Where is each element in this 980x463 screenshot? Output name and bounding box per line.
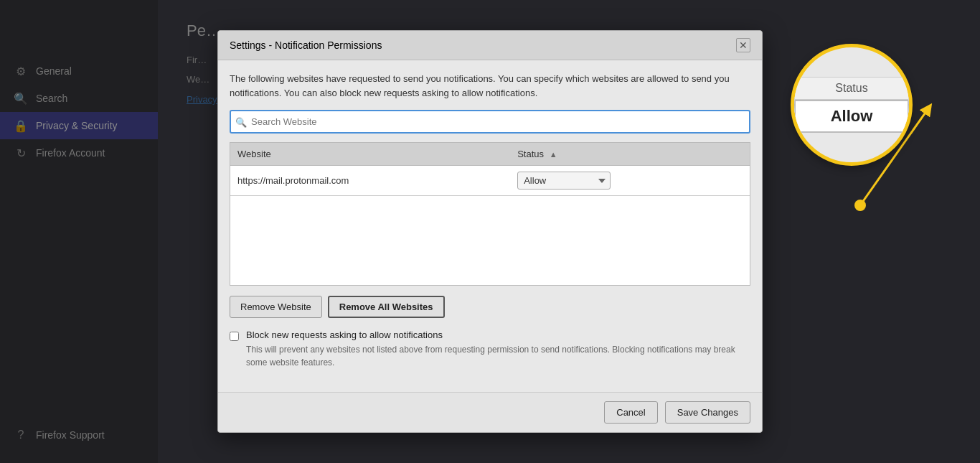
website-table: Website Status ▲ https://mail.protonmail… [230,143,750,196]
block-notifications-title: Block new requests asking to allow notif… [246,329,750,340]
modal-overlay: Settings - Notification Permissions ✕ Th… [0,0,980,463]
dialog-close-button[interactable]: ✕ [736,38,750,52]
dialog-description: The following websites have requested to… [230,72,750,100]
website-table-area: Website Status ▲ https://mail.protonmail… [230,142,750,286]
annotation-zoom-circle: Status Allow [791,44,913,166]
dialog-footer: Cancel Save Changes [218,392,762,432]
status-select[interactable]: AllowBlock [517,172,611,190]
status-cell: AllowBlock [510,166,750,196]
table-row: https://mail.protonmail.comAllowBlock [230,166,750,196]
annotation-allow-label: Allow [794,100,909,133]
notification-permissions-dialog: Settings - Notification Permissions ✕ Th… [217,30,763,433]
website-cell: https://mail.protonmail.com [230,166,510,196]
save-changes-button[interactable]: Save Changes [665,401,750,424]
block-notifications-checkbox[interactable] [230,331,239,342]
remove-website-button[interactable]: Remove Website [230,296,322,318]
sort-arrow-icon: ▲ [550,150,557,159]
block-notifications-desc: This will prevent any websites not liste… [246,343,750,369]
remove-all-websites-button[interactable]: Remove All Websites [328,296,445,318]
annotation-status-label: Status [794,77,909,100]
dialog-body: The following websites have requested to… [218,60,762,392]
search-website-wrap: 🔍 [230,110,750,134]
col-status-header[interactable]: Status ▲ [510,143,750,166]
block-notifications-text: Block new requests asking to allow notif… [246,329,750,369]
dialog-titlebar: Settings - Notification Permissions ✕ [218,31,762,60]
block-notifications-section: Block new requests asking to allow notif… [230,329,750,369]
website-action-buttons: Remove Website Remove All Websites [230,296,750,318]
table-header-row: Website Status ▲ [230,143,750,166]
col-website-header: Website [230,143,510,166]
cancel-button[interactable]: Cancel [604,401,657,424]
dialog-title: Settings - Notification Permissions [230,39,382,51]
svg-point-1 [854,200,866,211]
search-website-input[interactable] [230,110,750,134]
search-icon-inner: 🔍 [235,116,247,127]
